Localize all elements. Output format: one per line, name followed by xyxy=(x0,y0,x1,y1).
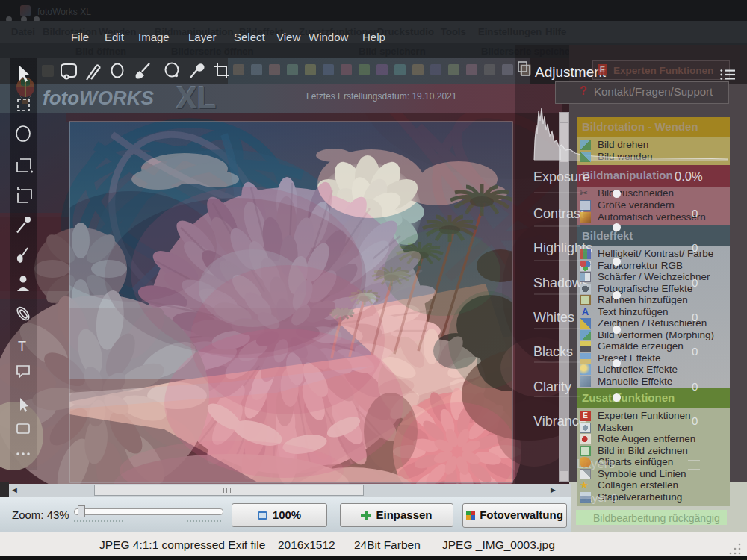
svg-text:T: T xyxy=(18,339,26,354)
